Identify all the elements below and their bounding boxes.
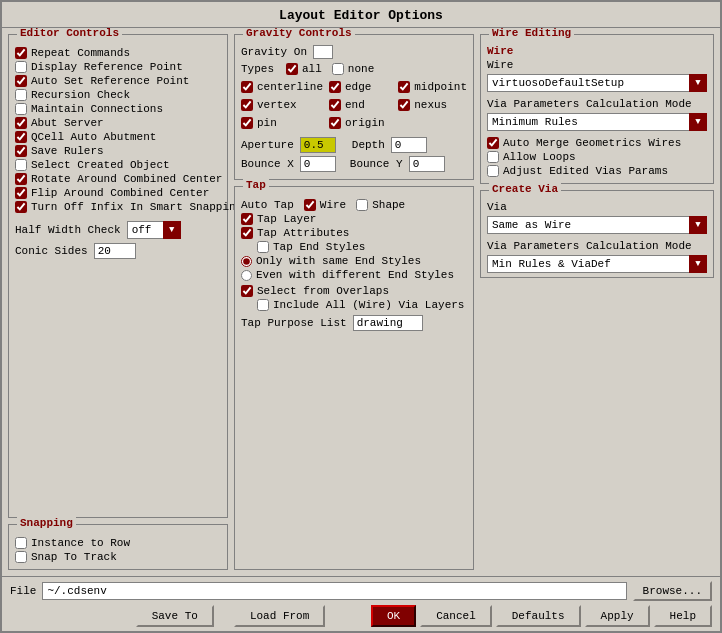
include-all-checkbox[interactable] (257, 299, 269, 311)
midpoint-row: midpoint (398, 81, 467, 93)
bounce-y-input[interactable] (409, 156, 445, 172)
types-row-header: Types all none (241, 63, 467, 75)
allow-loops-checkbox[interactable] (487, 151, 499, 163)
display-ref-point-checkbox[interactable] (15, 61, 27, 73)
adjust-edited-row: Adjust Edited Vias Params (487, 165, 707, 177)
only-same-end-label: Only with same End Styles (256, 255, 421, 267)
depth-input[interactable] (391, 137, 427, 153)
abut-server-checkbox[interactable] (15, 117, 27, 129)
select-created-row: Select Created Object (15, 159, 221, 171)
aperture-label: Aperture (241, 139, 294, 151)
midpoint-label: midpoint (414, 81, 467, 93)
tap-panel: Tap Auto Tap Wire Shape Tap Layer Tap At… (234, 186, 474, 570)
save-rulers-checkbox[interactable] (15, 145, 27, 157)
tap-end-styles-checkbox[interactable] (257, 241, 269, 253)
vertex-checkbox[interactable] (241, 99, 253, 111)
file-row: File Browse... (10, 581, 712, 601)
pin-row: pin (241, 117, 323, 129)
flip-around-row: Flip Around Combined Center (15, 187, 221, 199)
tap-attributes-checkbox[interactable] (241, 227, 253, 239)
turn-off-infix-checkbox[interactable] (15, 201, 27, 213)
only-same-end-radio[interactable] (241, 256, 252, 267)
half-width-select[interactable]: off on (127, 221, 181, 239)
allow-loops-label: Allow Loops (503, 151, 576, 163)
select-from-overlaps-checkbox[interactable] (241, 285, 253, 297)
tap-purpose-label: Tap Purpose List (241, 317, 347, 329)
end-checkbox[interactable] (329, 99, 341, 111)
defaults-button[interactable]: Defaults (496, 605, 581, 627)
auto-set-ref-checkbox[interactable] (15, 75, 27, 87)
center-buttons: Save To Load From (136, 605, 326, 627)
vertex-row: vertex (241, 99, 323, 111)
wire-select[interactable]: virtuosoDefaultSetup (487, 74, 707, 92)
left-column: Editor Controls Repeat Commands Display … (8, 34, 228, 570)
recursion-check-checkbox[interactable] (15, 89, 27, 101)
rotate-around-checkbox[interactable] (15, 173, 27, 185)
via-label: Via (487, 201, 707, 213)
bounce-y-label: Bounce Y (350, 158, 403, 170)
via-params-select[interactable]: Min Rules & ViaDef (487, 255, 707, 273)
centerline-label: centerline (257, 81, 323, 93)
save-to-button[interactable]: Save To (136, 605, 214, 627)
tap-layer-checkbox[interactable] (241, 213, 253, 225)
tap-end-styles-row: Tap End Styles (257, 241, 467, 253)
edge-checkbox[interactable] (329, 81, 341, 93)
select-from-overlaps-row: Select from Overlaps (241, 285, 467, 297)
auto-tap-wire-checkbox[interactable] (304, 199, 316, 211)
include-all-label: Include All (Wire) Via Layers (273, 299, 464, 311)
bounce-x-input[interactable] (300, 156, 336, 172)
repeat-commands-row: Repeat Commands (15, 47, 221, 59)
centerline-checkbox[interactable] (241, 81, 253, 93)
auto-tap-shape-label: Shape (372, 199, 405, 211)
aperture-input[interactable] (300, 137, 336, 153)
tap-purpose-input[interactable] (353, 315, 423, 331)
types-all-checkbox[interactable] (286, 63, 298, 75)
types-none-checkbox[interactable] (332, 63, 344, 75)
auto-merge-row: Auto Merge Geometrics Wires (487, 137, 707, 149)
repeat-commands-checkbox[interactable] (15, 47, 27, 59)
tap-purpose-row: Tap Purpose List (241, 315, 467, 331)
centerline-row: centerline (241, 81, 323, 93)
wire-via-params-select[interactable]: Minimum Rules (487, 113, 707, 131)
flip-around-checkbox[interactable] (15, 187, 27, 199)
cancel-button[interactable]: Cancel (420, 605, 492, 627)
via-select[interactable]: Same as Wire (487, 216, 707, 234)
midpoint-checkbox[interactable] (398, 81, 410, 93)
depth-label: Depth (352, 139, 385, 151)
wire-via-params-wrapper: Minimum Rules ▼ (487, 113, 707, 131)
edge-row: edge (329, 81, 392, 93)
select-created-checkbox[interactable] (15, 159, 27, 171)
conic-sides-input[interactable] (94, 243, 136, 259)
adjust-edited-checkbox[interactable] (487, 165, 499, 177)
pin-label: pin (257, 117, 277, 129)
pin-checkbox[interactable] (241, 117, 253, 129)
maintain-connections-checkbox[interactable] (15, 103, 27, 115)
recursion-check-row: Recursion Check (15, 89, 221, 101)
snap-to-track-checkbox[interactable] (15, 551, 27, 563)
apply-button[interactable]: Apply (585, 605, 650, 627)
editor-controls-title: Editor Controls (17, 28, 122, 39)
instance-to-row-checkbox[interactable] (15, 537, 27, 549)
nexus-checkbox[interactable] (398, 99, 410, 111)
help-button[interactable]: Help (654, 605, 712, 627)
snap-to-track-label: Snap To Track (31, 551, 117, 563)
origin-checkbox[interactable] (329, 117, 341, 129)
wire-via-params-label: Via Parameters Calculation Mode (487, 98, 707, 110)
maintain-connections-row: Maintain Connections (15, 103, 221, 115)
right-buttons: OK Cancel Defaults Apply Help (371, 605, 712, 627)
auto-merge-checkbox[interactable] (487, 137, 499, 149)
half-width-row: Half Width Check off on ▼ (15, 221, 221, 239)
different-end-radio[interactable] (241, 270, 252, 281)
auto-tap-shape-checkbox[interactable] (356, 199, 368, 211)
instance-to-row-row: Instance to Row (15, 537, 221, 549)
instance-to-row-label: Instance to Row (31, 537, 130, 549)
load-from-button[interactable]: Load From (234, 605, 325, 627)
edge-label: edge (345, 81, 371, 93)
ok-button[interactable]: OK (371, 605, 416, 627)
file-input[interactable] (42, 582, 626, 600)
qcell-auto-checkbox[interactable] (15, 131, 27, 143)
tap-attributes-label: Tap Attributes (257, 227, 349, 239)
browse-button[interactable]: Browse... (633, 581, 712, 601)
wire-editing-title: Wire Editing (489, 28, 574, 39)
gravity-on-checkbox[interactable] (313, 45, 333, 59)
